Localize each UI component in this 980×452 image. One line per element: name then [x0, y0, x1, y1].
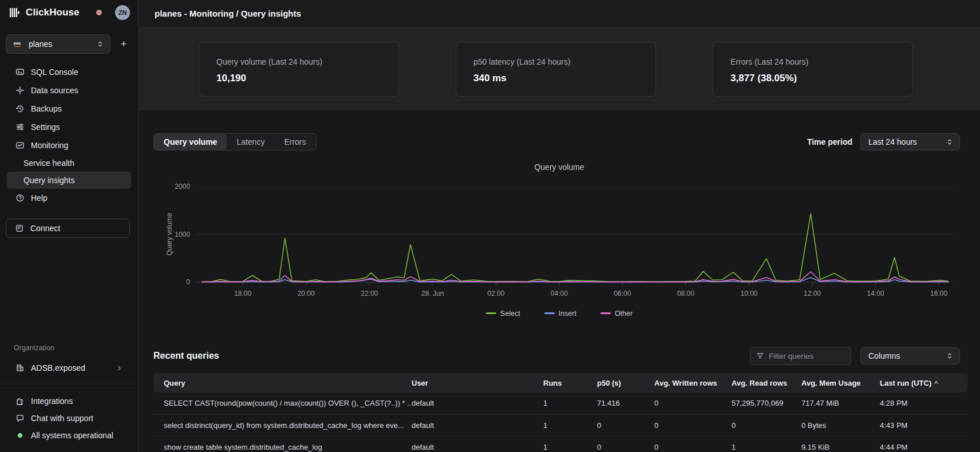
- svg-text:08:00: 08:00: [677, 290, 694, 298]
- chart-legend: SelectInsertOther: [139, 308, 980, 318]
- sidebar-item-query-insights[interactable]: Query insights: [7, 172, 131, 189]
- legend-dash-icon: [486, 312, 496, 314]
- footer-item-label: Chat with support: [31, 414, 93, 423]
- table-row[interactable]: show create table system.distributed_cac…: [153, 436, 967, 452]
- cell-p50: 0: [597, 436, 654, 452]
- svg-text:10:00: 10:00: [740, 290, 757, 298]
- connect-button[interactable]: Connect: [6, 219, 130, 238]
- stat-value: 340 ms: [473, 73, 638, 84]
- stat-label: Errors (Last 24 hours): [730, 57, 895, 66]
- legend-item-other[interactable]: Other: [600, 310, 633, 318]
- cell-runs: 1: [543, 414, 597, 436]
- service-name: planes: [29, 39, 91, 49]
- table-row[interactable]: select distrinct(query_id) from system.d…: [153, 414, 967, 436]
- cell-last-run: 4:43 PM: [880, 414, 967, 436]
- cell-written: 0: [654, 436, 732, 452]
- svg-text:0: 0: [186, 278, 190, 286]
- funnel-icon: [756, 352, 764, 360]
- cell-written: 0: [654, 414, 732, 436]
- question-circle-icon: [15, 193, 25, 203]
- columns-value: Columns: [868, 351, 946, 360]
- legend-dash-icon: [544, 312, 555, 314]
- chevron-updown-icon: [96, 40, 104, 48]
- time-period-label: Time period: [807, 137, 852, 146]
- sidebar-item-service-health[interactable]: Service health: [7, 154, 131, 172]
- svg-text:18:00: 18:00: [234, 290, 251, 298]
- cell-read: 57,295,770,069: [732, 392, 801, 414]
- legend-label: Insert: [559, 310, 576, 318]
- sidebar-item-chat-with-support[interactable]: Chat with support: [9, 410, 131, 427]
- filter-queries-input[interactable]: [769, 352, 837, 360]
- svg-text:12:00: 12:00: [804, 290, 821, 298]
- recent-queries-table: Query User Runs p50 (s) Avg. Written row…: [153, 373, 963, 452]
- history-clock-icon: [15, 104, 25, 113]
- chevron-updown-icon: [946, 138, 954, 146]
- sidebar-item-data-sources[interactable]: Data sources: [7, 81, 131, 100]
- chart-title: Query volume: [139, 162, 980, 172]
- sidebar-item-label: Service health: [23, 158, 74, 168]
- organization-switcher[interactable]: ADSB.exposed: [0, 359, 138, 377]
- column-header-avg-read-rows[interactable]: Avg. Read rows: [732, 373, 801, 392]
- column-header-avg-mem-usage[interactable]: Avg. Mem Usage: [801, 373, 880, 392]
- sidebar-item-label: SQL Console: [31, 68, 78, 77]
- time-period-select[interactable]: Last 24 hours: [860, 133, 960, 150]
- connect-icon: [15, 224, 24, 233]
- sidebar-item-system-status[interactable]: All systems operational: [9, 427, 131, 444]
- status-dot: [96, 10, 102, 15]
- cell-written: 0: [654, 392, 732, 414]
- sidebar-item-backups[interactable]: Backups: [7, 100, 131, 118]
- stat-card-p50-latency: p50 latency (Last 24 hours) 340 ms: [456, 42, 656, 97]
- column-header-last-run[interactable]: Last run (UTC)^: [880, 373, 967, 392]
- legend-item-select[interactable]: Select: [486, 310, 520, 318]
- cell-query[interactable]: select distrinct(query_id) from system.d…: [153, 414, 412, 436]
- cell-mem: 717.47 MiB: [801, 392, 880, 414]
- sidebar-nav: SQL Console Data sources Backups Setting…: [0, 60, 138, 207]
- tab-query-volume[interactable]: Query volume: [154, 134, 227, 150]
- cell-last-run: 4:28 PM: [880, 392, 967, 414]
- aws-icon: aws: [12, 41, 23, 48]
- stat-label: Query volume (Last 24 hours): [216, 57, 381, 66]
- top-bar: planes - Monitoring / Query insights: [139, 0, 980, 27]
- cell-query[interactable]: show create table system.distributed_cac…: [153, 436, 412, 452]
- columns-select[interactable]: Columns: [860, 347, 960, 364]
- column-header-avg-written-rows[interactable]: Avg. Written rows: [654, 373, 732, 392]
- sidebar-item-label: Help: [31, 193, 48, 203]
- svg-text:2000: 2000: [175, 183, 190, 191]
- tab-errors[interactable]: Errors: [274, 134, 315, 150]
- footer-item-label: Integrations: [31, 397, 73, 406]
- main-area: planes - Monitoring / Query insights Que…: [139, 0, 980, 452]
- avatar[interactable]: ZN: [115, 5, 130, 20]
- cell-last-run: 4:44 PM: [880, 436, 967, 452]
- add-service-button[interactable]: +: [116, 37, 131, 51]
- sidebar-item-monitoring[interactable]: Monitoring: [7, 136, 131, 154]
- cell-query[interactable]: SELECT CAST(round(pow(count() / max(coun…: [153, 392, 412, 414]
- terminal-icon: [15, 68, 25, 77]
- column-header-query[interactable]: Query: [153, 373, 412, 392]
- sidebar-item-help[interactable]: Help: [7, 189, 131, 207]
- sidebar-item-label: Settings: [31, 122, 60, 132]
- column-header-runs[interactable]: Runs: [543, 373, 597, 392]
- recent-queries-title: Recent queries: [153, 351, 219, 361]
- svg-text:20:00: 20:00: [298, 290, 315, 298]
- cell-read: 0: [732, 414, 801, 436]
- sidebar-item-settings[interactable]: Settings: [7, 118, 131, 136]
- tab-latency[interactable]: Latency: [227, 134, 274, 150]
- footer-item-label: All systems operational: [31, 431, 113, 440]
- content-area: Query volume Latency Errors Time period …: [139, 110, 980, 452]
- svg-text:04:00: 04:00: [551, 290, 568, 298]
- svg-text:22:00: 22:00: [361, 290, 378, 298]
- stat-value: 3,877 (38.05%): [730, 73, 895, 84]
- legend-item-insert[interactable]: Insert: [544, 310, 576, 318]
- organization-section-label: Organization: [0, 344, 138, 352]
- column-header-user[interactable]: User: [412, 373, 543, 392]
- chart-wrap: 01000200018:0020:0022:0028. Jun02:0004:0…: [139, 175, 980, 300]
- building-icon: [15, 363, 25, 372]
- query-volume-chart: 01000200018:0020:0022:0028. Jun02:0004:0…: [139, 175, 980, 298]
- service-switcher[interactable]: aws planes: [6, 34, 110, 54]
- sidebar-item-sql-console[interactable]: SQL Console: [7, 63, 131, 81]
- column-header-p50[interactable]: p50 (s): [597, 373, 654, 392]
- chevron-right-icon: [116, 364, 123, 372]
- sidebar-item-integrations[interactable]: Integrations: [9, 392, 131, 410]
- sidebar-item-label: Query insights: [23, 176, 74, 185]
- table-row[interactable]: SELECT CAST(round(pow(count() / max(coun…: [153, 392, 967, 414]
